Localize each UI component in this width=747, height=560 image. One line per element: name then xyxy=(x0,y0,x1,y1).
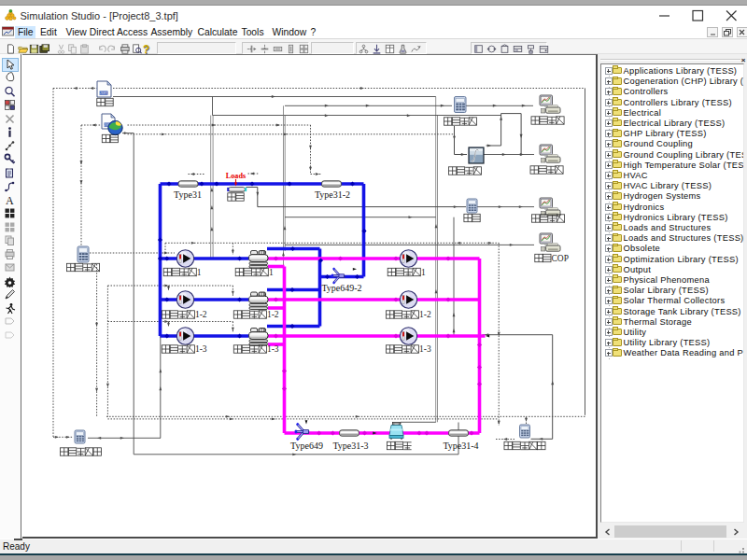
svg-text:1: 1 xyxy=(421,268,426,277)
svg-text:1-2: 1-2 xyxy=(267,310,279,319)
svg-text:Type31-3: Type31-3 xyxy=(332,441,368,451)
svg-text:Type649-2: Type649-2 xyxy=(321,283,361,293)
svg-text:Loads: Loads xyxy=(226,172,246,180)
svg-text:1-3: 1-3 xyxy=(267,344,279,354)
svg-text:Type31-2: Type31-2 xyxy=(315,189,350,200)
svg-text:1-2: 1-2 xyxy=(195,310,207,319)
svg-text:1-3: 1-3 xyxy=(419,344,431,354)
svg-text:Type649: Type649 xyxy=(290,441,323,451)
svg-text:1-2: 1-2 xyxy=(419,310,431,319)
svg-text:1: 1 xyxy=(269,268,274,277)
svg-text:USER: USER xyxy=(99,91,108,95)
svg-text:Type31-4: Type31-4 xyxy=(443,441,478,451)
svg-text:1: 1 xyxy=(197,268,202,277)
svg-text:1-3: 1-3 xyxy=(195,344,207,354)
svg-text:COP: COP xyxy=(552,254,569,263)
svg-text:Type31: Type31 xyxy=(174,189,202,200)
svg-text:A: A xyxy=(6,194,14,206)
